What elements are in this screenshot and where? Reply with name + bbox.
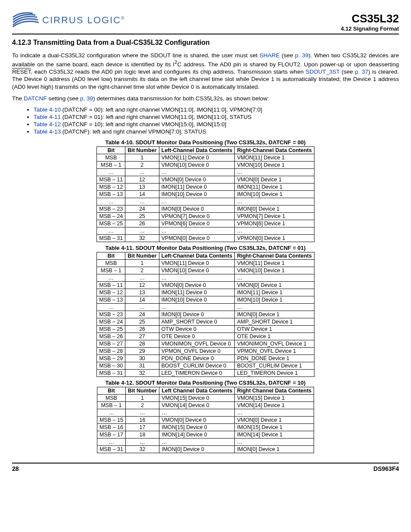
link-table-4-12[interactable]: Table 4-12: [34, 121, 61, 128]
page-number: 28: [12, 465, 19, 472]
table-row: MSB – 1314IMON[10] Device 0IMON[10] Devi…: [97, 191, 314, 198]
table-cell: 2: [125, 162, 159, 169]
header-right: CS35L32 4.12 Signaling Format: [341, 12, 399, 32]
table-row: MSB – 2829VPMON_OVFL Device 0VPMON_OVFL …: [97, 348, 314, 355]
table-cell: …: [159, 169, 235, 176]
table-cell: VPMON[7] Device 1: [235, 213, 314, 220]
cirrus-swoosh-icon: [12, 12, 39, 28]
table-cell: 32: [125, 235, 159, 242]
bullet-list: Table 4-10 (DATCNF = 00): left and right…: [34, 106, 399, 135]
table-cell: VMON[0] Device 0: [159, 176, 235, 184]
table-cell: 29: [125, 348, 159, 355]
table-cell: 1: [125, 260, 159, 267]
table-cell: …: [235, 227, 314, 235]
paragraph-2: The DATCNF setting (see p. 39) determine…: [12, 95, 399, 102]
table-row: MSB – 12VMON[10] Device 0VMON[10] Device…: [97, 267, 314, 274]
table-cell: 28: [125, 340, 159, 348]
table-cell: MSB – 28: [97, 348, 125, 355]
table-cell: MSB – 11: [97, 176, 125, 184]
link-p39a[interactable]: p. 39: [295, 52, 308, 59]
table-row: MSB1VMON[11] Device 0VMON[11] Device 1: [97, 154, 314, 162]
table-row: MSB – 1112VMON[0] Device 0VMON[0] Device…: [97, 176, 314, 184]
table-cell: 16: [125, 417, 159, 424]
table-cell: MSB – 23: [97, 311, 125, 318]
table-cell: AMP_SHORT Device 1: [235, 318, 314, 326]
table-cell: MSB: [97, 260, 125, 267]
table-cell: …: [97, 227, 125, 235]
table-row: MSB1VMON[15] Device 0VMON[15] Device 1: [97, 395, 314, 402]
table-cell: VPMON[0] Device 0: [159, 235, 235, 242]
table-cell: MSB – 24: [97, 318, 125, 326]
column-header: Right Channel Data Contents: [235, 387, 314, 395]
table-cell: 17: [125, 424, 159, 431]
section-heading: 4.12.3 Transmitting Data from a Dual-CS3…: [12, 39, 399, 47]
table-cell: MSB – 24: [97, 213, 125, 220]
table-row: MSB – 2930PDN_DONE Device 0PDN_DONE Devi…: [97, 355, 314, 362]
table-cell: MSB: [97, 395, 125, 402]
link-table-4-10[interactable]: Table 4-10: [34, 106, 61, 113]
table-cell: MSB – 1: [97, 162, 125, 169]
table-row: MSB – 3132VPMON[0] Device 0VPMON[0] Devi…: [97, 235, 314, 242]
table-cell: …: [159, 409, 235, 417]
table-cell: …: [97, 198, 125, 205]
list-item: Table 4-10 (DATCNF = 00): left and right…: [34, 106, 399, 113]
column-header: Bit Number: [125, 387, 159, 395]
link-p39b[interactable]: p. 39: [80, 95, 93, 102]
table-cell: 24: [125, 205, 159, 213]
brand-logo: CIRRUS LOGIC®: [12, 12, 125, 28]
table-cell: IMON[0] Device 0: [159, 205, 235, 213]
table-cell: 2: [125, 402, 159, 409]
table-cell: 27: [125, 333, 159, 340]
link-share[interactable]: SHARE: [259, 52, 280, 59]
table-cell: 1: [125, 395, 159, 402]
table-row: …………: [97, 304, 314, 311]
table-cell: 26: [125, 326, 159, 333]
table-cell: VMON[14] Device 1: [235, 402, 314, 409]
column-header: Left-Channel Data Contents: [159, 147, 235, 154]
table-cell: …: [235, 304, 314, 311]
table-cell: VMON[10] Device 1: [235, 162, 314, 169]
table-cell: …: [125, 304, 159, 311]
column-header: Right-Channel Data Contents: [235, 252, 314, 260]
table-row: MSB – 3132IMON[0] Device 0IMON[0] Device…: [97, 446, 314, 453]
table-cell: 25: [125, 318, 159, 326]
table-cell: …: [97, 409, 125, 417]
column-header: Right-Channel Data Contents: [235, 147, 314, 154]
signal-reset: RESET: [12, 68, 31, 75]
link-table-4-13[interactable]: Table 4-13: [34, 128, 61, 135]
table-cell: VPMON[6] Device 0: [159, 220, 235, 227]
table-cell: AMP_SHORT Device 0: [159, 318, 235, 326]
link-sdout3st[interactable]: SDOUT_3ST: [305, 68, 339, 75]
table-cell: PDN_DONE Device 0: [159, 355, 235, 362]
table-cell: VMON[14] Device 0: [159, 402, 235, 409]
table-cell: …: [235, 169, 314, 176]
table-row: MSB – 2526VPMON[6] Device 0VPMON[6] Devi…: [97, 220, 314, 227]
table-cell: OTW Device 1: [235, 326, 314, 333]
table-cell: 2: [125, 267, 159, 274]
link-table-4-11[interactable]: Table 4-11: [34, 114, 61, 120]
table-cell: BOOST_CURLIM Device 0: [159, 362, 235, 370]
table-row: MSB – 2728VMONIMON_OVFL Device 0VMONIMON…: [97, 340, 314, 348]
table-cell: …: [97, 274, 125, 282]
table-cell: MSB – 12: [97, 184, 125, 191]
link-datcnf[interactable]: DATCNF: [24, 95, 47, 102]
table-row: MSB – 2425AMP_SHORT Device 0AMP_SHORT De…: [97, 318, 314, 326]
table-cell: LED_TIMERON Device 0: [159, 370, 235, 377]
table-cell: IMON[15] Device 0: [159, 424, 235, 431]
table-cell: MSB – 11: [97, 282, 125, 289]
table-cell: …: [125, 198, 159, 205]
table-cell: VMON[11] Device 0: [159, 154, 235, 162]
link-p37[interactable]: p. 37: [355, 68, 368, 75]
table-4-12-caption: Table 4-12. SDOUT Monitor Data Positioni…: [12, 380, 399, 386]
table-cell: MSB – 31: [97, 370, 125, 377]
column-header: Left Channel Data Contents: [159, 387, 235, 395]
table-cell: …: [159, 304, 235, 311]
table-cell: VPMON[7] Device 0: [159, 213, 235, 220]
table-cell: IMON[11] Device 1: [235, 184, 314, 191]
table-cell: MSB – 17: [97, 431, 125, 439]
table-cell: …: [159, 439, 235, 446]
table-cell: IMON[14] Device 0: [159, 431, 235, 439]
table-cell: IMON[14] Device 1: [235, 431, 314, 439]
table-cell: 26: [125, 220, 159, 227]
page-footer: 28 DS963F4: [12, 463, 399, 472]
